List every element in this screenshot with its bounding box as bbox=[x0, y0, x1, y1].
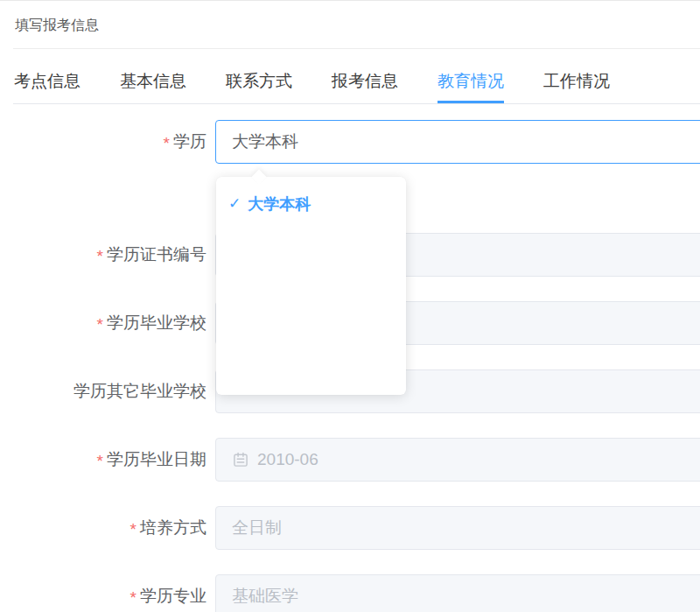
required-asterisk: * bbox=[97, 243, 103, 266]
registration-form-page: { "title": "填写报考信息", "tabs": [ {"label":… bbox=[0, 0, 700, 612]
field-label-text: 学历证书编号 bbox=[107, 243, 206, 266]
calendar-icon bbox=[232, 451, 249, 468]
field-label-text: 学历 bbox=[173, 130, 206, 153]
tab-contact-info[interactable]: 联系方式 bbox=[226, 72, 292, 103]
field-label-text: 学历其它毕业学校 bbox=[74, 380, 206, 403]
required-asterisk: * bbox=[97, 448, 103, 471]
other-graduation-school-label: 学历其它毕业学校 bbox=[0, 380, 206, 403]
required-asterisk: * bbox=[130, 517, 136, 539]
input-value: 2010-06 bbox=[257, 450, 318, 469]
training-mode-label: * 培养方式 bbox=[0, 517, 206, 539]
graduation-date-label: * 学历毕业日期 bbox=[0, 448, 206, 471]
tab-education-info[interactable]: 教育情况 bbox=[438, 72, 504, 103]
dropdown-option-label: 大学本科 bbox=[248, 193, 311, 215]
required-asterisk: * bbox=[97, 312, 103, 334]
required-asterisk: * bbox=[130, 585, 136, 608]
field-label-text: 学历毕业日期 bbox=[107, 448, 206, 471]
major-label: * 学历专业 bbox=[0, 585, 206, 608]
field-label-text: 学历毕业学校 bbox=[107, 312, 206, 334]
tab-application-info[interactable]: 报考信息 bbox=[332, 72, 398, 103]
field-row-major: * 学历专业 基础医学 bbox=[0, 574, 700, 612]
education-level-select[interactable] bbox=[215, 120, 700, 164]
tab-basic-info[interactable]: 基本信息 bbox=[120, 72, 186, 103]
dropdown-option-bachelor[interactable]: ✓ 大学本科 bbox=[216, 177, 406, 215]
education-level-label: * 学历 bbox=[0, 130, 206, 153]
field-label-text: 培养方式 bbox=[140, 517, 206, 539]
education-level-dropdown: ✓ 大学本科 bbox=[216, 177, 406, 395]
field-row-training-mode: * 培养方式 全日制 bbox=[0, 506, 700, 550]
certificate-number-label: * 学历证书编号 bbox=[0, 243, 206, 266]
input-value: 全日制 bbox=[232, 517, 282, 539]
page-title: 填写报考信息 bbox=[0, 1, 700, 35]
graduation-school-label: * 学历毕业学校 bbox=[0, 312, 206, 334]
major-input: 基础医学 bbox=[215, 574, 700, 612]
field-row-graduation-date: * 学历毕业日期 2010-06 bbox=[0, 438, 700, 482]
graduation-date-input: 2010-06 bbox=[215, 438, 700, 482]
tab-exam-site-info[interactable]: 考点信息 bbox=[14, 72, 80, 103]
field-row-education-level: * 学历 bbox=[0, 120, 700, 164]
training-mode-input: 全日制 bbox=[215, 506, 700, 550]
input-value: 基础医学 bbox=[232, 585, 298, 608]
required-asterisk: * bbox=[164, 130, 170, 153]
check-icon: ✓ bbox=[228, 194, 241, 215]
tab-bar: 考点信息 基本信息 联系方式 报考信息 教育情况 工作情况 bbox=[13, 49, 700, 104]
field-label-text: 学历专业 bbox=[140, 585, 206, 608]
tab-work-info[interactable]: 工作情况 bbox=[543, 72, 610, 103]
